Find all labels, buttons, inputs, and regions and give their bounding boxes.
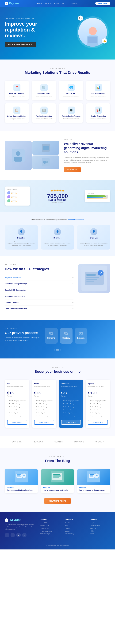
reviewer-stars-1: ★★★★★ [11, 193, 17, 194]
footer-link-1-3[interactable]: Contact [65, 530, 85, 532]
pricing-tier-1: Starter [34, 383, 54, 384]
social-facebook-icon[interactable]: f [5, 533, 9, 537]
svg-rect-17 [86, 280, 94, 282]
nav-home[interactable]: Home [37, 2, 42, 4]
nav-services[interactable]: Services [45, 2, 51, 4]
accordion-header-5[interactable]: Local Search Optimization + [5, 306, 74, 312]
footer-link-1-2[interactable]: Careers [65, 528, 85, 529]
blog-card-2[interactable]: REVIEWS How to respond to Google reviews [77, 469, 110, 493]
service-card-6[interactable]: 💻 Website Design Package Lorem ipsum dol… [59, 103, 83, 123]
social-instagram-icon[interactable]: ig [22, 533, 26, 537]
service-desc-7: Lorem ipsum dolor sit amet [88, 118, 109, 120]
pricing-feature-3-5: ✓Google Post Posting [88, 414, 108, 418]
process-dots [5, 350, 110, 350]
nav-cta-button[interactable]: FREE TRIAL [95, 2, 110, 5]
service-name-5: Free Business Listing [33, 115, 54, 117]
pricing-cta-2[interactable]: GET STARTED [61, 420, 81, 425]
nav-pricing[interactable]: Pricing [62, 2, 67, 4]
accordion-header-2[interactable]: Google SEO Optimization + [5, 287, 74, 293]
svg-text:↗: ↗ [100, 271, 102, 274]
footer-link-0-3[interactable]: PPC Management [40, 530, 60, 532]
blog-illustration-1 [51, 471, 64, 482]
pricing-feature-2-1: ✓Reputation Management [61, 402, 81, 405]
footer-link-0-0[interactable]: Local SEO [40, 522, 60, 524]
testimonial-2: 👤 Brian Lee Lorem ipsum dolor sit amet c… [77, 225, 110, 250]
svg-point-10 [43, 161, 46, 164]
about-text: Lorem ipsum dolor sit amet, consectetur … [64, 156, 110, 164]
footer-link-0-2[interactable]: Ecommerce SEO [40, 528, 60, 529]
service-card-3[interactable]: 📊 PPC Management Lorem ipsum dolor sit a… [86, 80, 110, 100]
stat-bar-bg-3 [87, 198, 108, 198]
footer-tagline: The trusted digital marketing platform h… [5, 524, 35, 530]
stats-right-label: Performance [87, 192, 108, 194]
hero-circle [77, 16, 109, 48]
service-icon-4: 📋 [13, 106, 20, 114]
blog-card-1[interactable]: REVIEWS How to leave a review on Google [41, 469, 74, 493]
footer-link-2-0[interactable]: Help Center [90, 522, 110, 524]
accordion-header-4[interactable]: Content Creation + [5, 300, 74, 306]
check-icon: ✓ [88, 406, 89, 408]
stats-right-card: Performance [85, 190, 110, 202]
pricing-card-3: Agency Lorem ipsum dolor sit amet consec… [86, 380, 110, 428]
service-card-1[interactable]: 🛒 Ecommerce SEO Lorem ipsum dolor sit am… [32, 80, 56, 100]
svg-rect-22 [17, 474, 21, 475]
hero-cta-button[interactable]: BOOK A FREE EXPERIENCE [5, 42, 36, 47]
check-icon: ✓ [88, 400, 89, 402]
accordion-item-0: Keyword Research − [5, 274, 74, 281]
social-twitter-icon[interactable]: t [10, 533, 15, 537]
check-icon: ✓ [34, 406, 35, 408]
service-icon-3: 📊 [95, 84, 102, 91]
footer-link-0-1[interactable]: National SEO [40, 525, 60, 526]
blog-grid: REVIEWS How to respond to Google reviews… [5, 469, 110, 493]
navbar: K Keyrank Home Services Blogs Pricing Co… [0, 0, 115, 7]
service-card-4[interactable]: 📋 Online Business Listings Lorem ipsum d… [5, 103, 29, 123]
service-card-5[interactable]: 🏢 Free Business Listing Lorem ipsum dolo… [32, 103, 56, 123]
about-img-top-right [32, 141, 59, 155]
footer-link-2-3[interactable]: Pricing [90, 530, 110, 532]
blog-post-title-0: How to respond to Google reviews [7, 489, 36, 492]
pricing-cta-0[interactable]: GET STARTED [7, 420, 27, 425]
accordion-header-3[interactable]: Reputation Management + [5, 293, 74, 299]
accordion-header-1[interactable]: Directory Listings Listings + [5, 281, 74, 287]
pricing-cta-3[interactable]: GET STARTED [88, 420, 108, 425]
pricing-feature-1-1: ✓Reputation Management [34, 402, 54, 405]
check-icon: ✓ [61, 403, 62, 405]
logo-1: KAYANA [34, 441, 43, 443]
blog-section: FROM THE BLOG From The Blog REVIEWS How … [0, 448, 115, 512]
footer-link-2-4[interactable]: Status [90, 533, 110, 534]
nav-blogs[interactable]: Blogs [54, 2, 59, 4]
social-linkedin-icon[interactable]: in [16, 533, 21, 537]
blog-cta-button[interactable]: VIEW MORE POSTS [44, 498, 71, 504]
blog-img-2 [77, 469, 110, 485]
stat-bar-fill-4 [87, 198, 107, 199]
why-title: Why Everbloom is list of company thomas … [5, 218, 110, 221]
pricing-features-3: ✓Google Company Integration ✓Reputation … [88, 399, 108, 418]
why-highlight: Review Businesses [68, 219, 84, 220]
footer-link-1-0[interactable]: About Us [65, 522, 85, 524]
reviewer-avatar-3 [7, 199, 10, 202]
accordion-header-0[interactable]: Keyword Research − [5, 274, 74, 280]
service-card-7[interactable]: 📢 Display Advertising Lorem ipsum dolor … [86, 103, 110, 123]
service-desc-4: Lorem ipsum dolor sit amet [6, 118, 27, 120]
pricing-cta-1[interactable]: GET STARTED [34, 420, 54, 425]
pricing-per-0: /month [7, 395, 27, 397]
blog-img-0 [5, 469, 38, 485]
footer-link-2-1[interactable]: Documentation [90, 525, 110, 526]
check-icon: ✓ [61, 400, 62, 402]
accordion-label-1: Directory Listings Listings [5, 283, 27, 285]
svg-rect-31 [53, 477, 59, 478]
footer-link-0-4[interactable]: Website Design [40, 533, 60, 534]
nav-company[interactable]: Company [70, 2, 77, 4]
footer-link-1-1[interactable]: Blog [65, 525, 85, 526]
blog-cta-wrap: VIEW MORE POSTS [5, 498, 110, 504]
footer-link-1-4[interactable]: Privacy Policy [65, 533, 85, 534]
blog-card-0[interactable]: REVIEWS How to respond to Google reviews [5, 469, 38, 493]
process-section: OUR PROCESS Our proven process Lorem ips… [0, 320, 115, 358]
services-section: OUR SERVICES Marketing Solutions That Dr… [0, 60, 115, 131]
about-cta-button[interactable]: READ MORE [64, 167, 81, 172]
pricing-features-1: ✓Google Company Integration ✓Reputation … [34, 399, 54, 418]
service-card-0[interactable]: 📍 Local SEO Services Lorem ipsum dolor s… [5, 80, 29, 100]
accordion-label-0: Keyword Research [5, 276, 21, 278]
service-card-2[interactable]: 🌐 National SEO Lorem ipsum dolor sit ame… [59, 80, 83, 100]
footer-link-2-2[interactable]: Free Trial [90, 528, 110, 529]
